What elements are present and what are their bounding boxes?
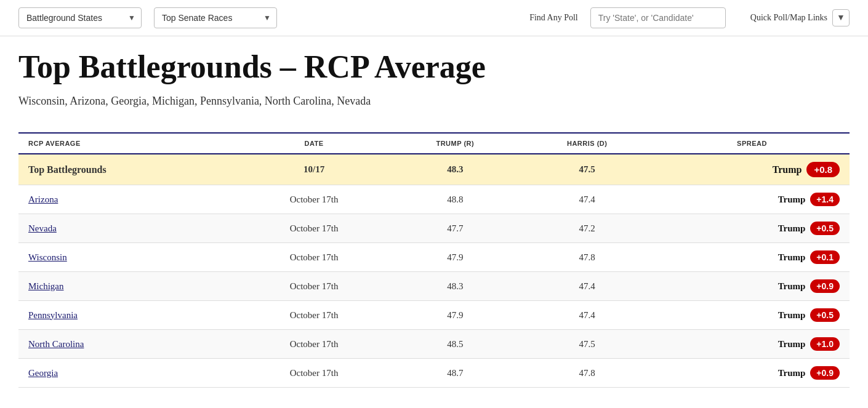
highlight-row-harris: 47.5 [520,154,654,185]
spread-badge: +0.9 [810,366,840,380]
page-subtitle: Wisconsin, Arizona, Georgia, Michigan, P… [18,95,850,108]
row-trump: 48.3 [390,272,520,301]
table-row: Georgia October 17th 48.7 47.8 Trump +0.… [18,359,850,388]
page-title: Top Battlegrounds – RCP Average [18,49,850,85]
row-name: Michigan [18,272,238,301]
row-date: October 17th [238,214,390,243]
state-link[interactable]: Nevada [28,223,57,233]
highlight-row-trump: 48.3 [390,154,520,185]
spread-badge: +0.9 [810,279,840,293]
row-trump: 48.7 [390,359,520,388]
row-trump: 47.9 [390,243,520,272]
row-name: Wisconsin [18,243,238,272]
spread-badge: +0.5 [810,222,840,235]
spread-label: Trump [778,252,806,263]
row-date: October 17th [238,359,390,388]
row-spread: Trump +0.9 [654,272,850,301]
row-date: October 17th [238,243,390,272]
row-spread: Trump +0.5 [654,301,850,330]
highlight-row-name: Top Battlegrounds [18,154,238,185]
row-date: October 17th [238,301,390,330]
table-header-row: RCP AVERAGE DATE TRUMP (R) HARRIS (D) SP… [18,133,850,154]
row-trump: 47.9 [390,301,520,330]
spread-badge: +1.4 [810,193,840,206]
row-harris: 47.2 [520,214,654,243]
spread-badge: +0.5 [810,308,840,322]
col-harris: HARRIS (D) [520,133,654,154]
row-name: North Carolina [18,330,238,359]
quick-poll-section: Quick Poll/Map Links ▼ [750,9,850,26]
quick-poll-label: Quick Poll/Map Links [750,13,827,23]
row-spread: Trump +1.4 [654,185,850,214]
row-harris: 47.4 [520,301,654,330]
find-poll-label: Find Any Poll [529,13,578,23]
highlight-row-spread: Trump +0.8 [654,154,850,185]
row-spread: Trump +0.1 [654,243,850,272]
state-link[interactable]: Wisconsin [28,252,67,262]
row-date: October 17th [238,330,390,359]
spread-label: Trump [778,368,806,378]
spread-label: Trump [778,281,806,292]
table-row: Nevada October 17th 47.7 47.2 Trump +0.5 [18,214,850,243]
row-trump: 48.8 [390,185,520,214]
spread-label: Trump [778,223,806,234]
main-content: Top Battlegrounds – RCP Average Wisconsi… [0,36,868,400]
row-date: October 17th [238,272,390,301]
row-trump: 48.5 [390,330,520,359]
highlight-row-date: 10/17 [238,154,390,185]
row-spread: Trump +1.0 [654,330,850,359]
row-name: Pennsylvania [18,301,238,330]
table-row: Wisconsin October 17th 47.9 47.8 Trump +… [18,243,850,272]
row-harris: 47.4 [520,185,654,214]
state-link[interactable]: Georgia [28,368,58,378]
state-link[interactable]: Arizona [28,194,58,204]
table-row: Arizona October 17th 48.8 47.4 Trump +1.… [18,185,850,214]
data-table: RCP AVERAGE DATE TRUMP (R) HARRIS (D) SP… [18,132,850,388]
row-harris: 47.5 [520,330,654,359]
table-highlight-row: Top Battlegrounds 10/17 48.3 47.5 Trump … [18,154,850,185]
row-spread: Trump +0.9 [654,359,850,388]
row-name: Georgia [18,359,238,388]
row-trump: 47.7 [390,214,520,243]
row-name: Nevada [18,214,238,243]
senate-races-dropdown-wrapper: Top Senate Races ▼ [154,7,277,28]
spread-badge: +1.0 [810,337,840,351]
senate-races-dropdown[interactable]: Top Senate Races [154,7,277,28]
col-date: DATE [238,133,390,154]
row-name: Arizona [18,185,238,214]
row-date: October 17th [238,185,390,214]
table-row: Michigan October 17th 48.3 47.4 Trump +0… [18,272,850,301]
battleground-states-dropdown[interactable]: Battleground States [18,7,142,28]
col-spread: SPREAD [654,133,850,154]
col-rcp-average: RCP AVERAGE [18,133,238,154]
state-link[interactable]: North Carolina [28,339,84,349]
row-harris: 47.4 [520,272,654,301]
highlight-spread-label: Trump [773,164,802,175]
spread-label: Trump [778,194,806,205]
table-row: Pennsylvania October 17th 47.9 47.4 Trum… [18,301,850,330]
state-link[interactable]: Michigan [28,281,64,291]
row-harris: 47.8 [520,243,654,272]
spread-badge: +0.1 [810,250,840,264]
row-harris: 47.8 [520,359,654,388]
col-trump: TRUMP (R) [390,133,520,154]
highlight-spread-badge: +0.8 [806,162,840,177]
find-poll-input[interactable] [590,7,726,28]
spread-label: Trump [778,339,806,350]
state-link[interactable]: Pennsylvania [28,310,78,320]
top-bar: Battleground States ▼ Top Senate Races ▼… [0,0,868,36]
battleground-dropdown-wrapper: Battleground States ▼ [18,7,142,28]
quick-poll-chevron-button[interactable]: ▼ [832,9,850,26]
spread-label: Trump [778,310,806,321]
table-row: North Carolina October 17th 48.5 47.5 Tr… [18,330,850,359]
row-spread: Trump +0.5 [654,214,850,243]
